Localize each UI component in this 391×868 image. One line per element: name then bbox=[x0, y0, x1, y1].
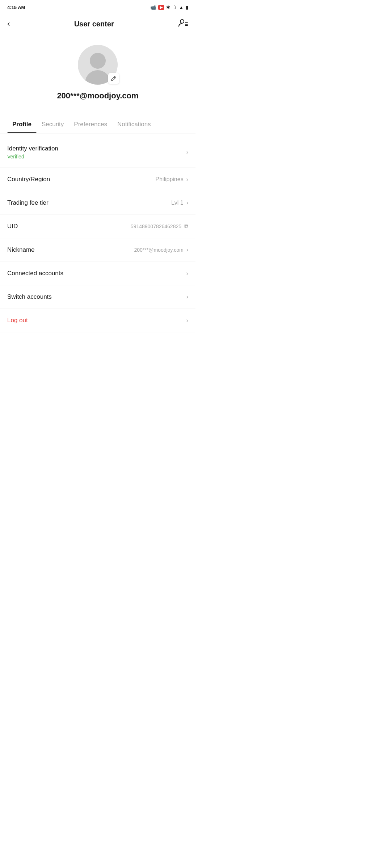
logout-row[interactable]: Log out › bbox=[0, 309, 196, 332]
nickname-row[interactable]: Nickname 200***@moodjoy.com › bbox=[0, 238, 196, 262]
avatar-edit-button[interactable] bbox=[108, 73, 119, 84]
uid-row: UID 5914890078264628​25 ⧉ bbox=[0, 215, 196, 238]
chevron-icon: › bbox=[186, 149, 188, 156]
moon-icon: ☽ bbox=[172, 5, 177, 10]
country-value: Philippines bbox=[155, 176, 183, 183]
bluetooth-icon: ✱ bbox=[166, 5, 170, 10]
country-region-row[interactable]: Country/Region Philippines › bbox=[0, 168, 196, 191]
trading-fee-label: Trading fee tier bbox=[7, 199, 49, 207]
chevron-icon: › bbox=[186, 270, 188, 277]
chevron-icon: › bbox=[186, 294, 188, 300]
uid-value: 5914890078264628​25 bbox=[131, 224, 181, 229]
status-time: 4:15 AM bbox=[7, 5, 25, 10]
record-icon: ▶ bbox=[158, 5, 164, 10]
identity-status: Verified bbox=[7, 154, 58, 159]
connected-accounts-row[interactable]: Connected accounts › bbox=[0, 262, 196, 285]
chevron-icon: › bbox=[186, 317, 188, 324]
avatar-wrapper bbox=[78, 45, 118, 85]
country-label: Country/Region bbox=[7, 176, 50, 183]
tab-navigation: Profile Security Preferences Notificatio… bbox=[0, 116, 196, 133]
logout-label: Log out bbox=[7, 317, 28, 324]
svg-point-0 bbox=[180, 20, 184, 23]
avatar-body bbox=[85, 70, 110, 85]
user-manage-icon[interactable] bbox=[178, 18, 188, 29]
chevron-icon: › bbox=[186, 200, 188, 206]
nickname-label: Nickname bbox=[7, 246, 35, 254]
switch-label: Switch accounts bbox=[7, 293, 52, 301]
nav-bar: ‹ User center bbox=[0, 14, 196, 34]
nickname-value: 200***@moodjoy.com bbox=[134, 247, 184, 253]
chevron-icon: › bbox=[186, 247, 188, 253]
chevron-icon: › bbox=[186, 176, 188, 183]
avatar-section: 200***@moodjoy.com bbox=[0, 34, 196, 108]
camera-icon: 📹 bbox=[150, 5, 156, 10]
identity-verification-row[interactable]: Identity verification Verified › bbox=[0, 137, 196, 168]
copy-icon[interactable]: ⧉ bbox=[184, 223, 188, 230]
connected-label: Connected accounts bbox=[7, 270, 63, 277]
tab-notifications[interactable]: Notifications bbox=[112, 116, 156, 133]
uid-label: UID bbox=[7, 223, 18, 230]
status-icons: 📹 ▶ ✱ ☽ ▲ ▮ bbox=[150, 5, 188, 10]
status-bar: 4:15 AM 📹 ▶ ✱ ☽ ▲ ▮ bbox=[0, 0, 196, 14]
page-title: User center bbox=[74, 20, 114, 28]
wifi-icon: ▲ bbox=[179, 5, 184, 10]
trading-fee-row[interactable]: Trading fee tier Lvl 1 › bbox=[0, 191, 196, 215]
switch-accounts-row[interactable]: Switch accounts › bbox=[0, 285, 196, 309]
identity-label: Identity verification bbox=[7, 145, 58, 152]
back-button[interactable]: ‹ bbox=[7, 19, 10, 29]
tab-profile[interactable]: Profile bbox=[7, 116, 37, 133]
trading-fee-value: Lvl 1 bbox=[171, 200, 184, 206]
profile-list: Identity verification Verified › Country… bbox=[0, 137, 196, 332]
avatar-head bbox=[90, 53, 106, 69]
tab-security[interactable]: Security bbox=[37, 116, 69, 133]
battery-icon: ▮ bbox=[186, 5, 188, 10]
tab-preferences[interactable]: Preferences bbox=[69, 116, 112, 133]
user-email: 200***@moodjoy.com bbox=[57, 91, 138, 101]
